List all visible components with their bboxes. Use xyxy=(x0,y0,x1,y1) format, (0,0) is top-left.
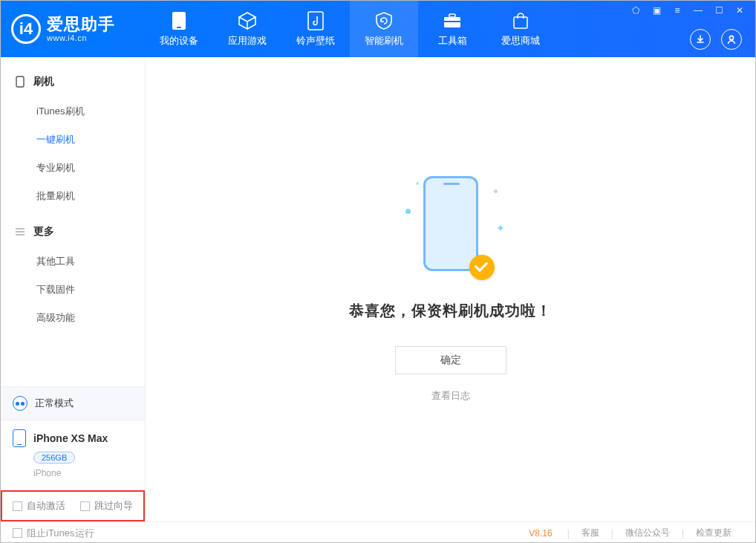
success-check-icon xyxy=(469,255,495,280)
tab-ringtones-wallpapers[interactable]: 铃声壁纸 xyxy=(281,1,350,57)
logo-icon: i4 xyxy=(11,14,41,44)
checkbox-block-itunes[interactable]: 阻止iTunes运行 xyxy=(13,527,94,540)
header-actions xyxy=(690,29,749,50)
extra-options-highlight: 自动激活 跳过向导 xyxy=(1,490,145,521)
sidebar-item-download-firmware[interactable]: 下载固件 xyxy=(1,276,145,304)
footer-link-check-update[interactable]: 检查更新 xyxy=(684,527,743,539)
list-icon xyxy=(14,226,26,238)
music-file-icon xyxy=(306,11,325,30)
footer-link-wechat[interactable]: 微信公众号 xyxy=(613,527,682,539)
checkbox-skip-guide[interactable]: 跳过向导 xyxy=(80,499,133,513)
minimize-icon[interactable]: — xyxy=(693,5,703,16)
maximize-icon[interactable]: ☐ xyxy=(714,5,724,16)
mode-icon xyxy=(13,396,27,411)
shirt-icon[interactable]: ⬠ xyxy=(630,5,641,16)
device-icon xyxy=(169,11,189,30)
svg-rect-8 xyxy=(16,77,24,87)
download-button[interactable] xyxy=(690,29,711,50)
status-bar: 阻止iTunes运行 V8.16 | 客服 | 微信公众号 | 检查更新 xyxy=(1,521,755,543)
success-illustration: ✦ xyxy=(410,176,492,280)
svg-rect-6 xyxy=(514,17,527,28)
sidebar-item-itunes-flash[interactable]: iTunes刷机 xyxy=(1,97,145,126)
app-header: i4 爱思助手 www.i4.cn 我的设备 应用游戏 铃声壁纸 智能刷机 工具… xyxy=(1,1,755,57)
main-content: ✦ 恭喜您，保资料刷机成功啦！ 确定 查看日志 xyxy=(146,57,755,521)
version-label: V8.16 xyxy=(529,528,552,539)
device-capacity-pill: 256GB xyxy=(33,452,75,464)
sync-icon[interactable]: ▣ xyxy=(651,5,662,16)
main-tabs: 我的设备 应用游戏 铃声壁纸 智能刷机 工具箱 爱思商城 xyxy=(145,1,555,57)
success-title: 恭喜您，保资料刷机成功啦！ xyxy=(349,301,552,321)
sidebar-item-pro-flash[interactable]: 专业刷机 xyxy=(1,154,145,182)
ok-button[interactable]: 确定 xyxy=(395,346,506,374)
svg-rect-1 xyxy=(177,27,181,28)
sidebar-item-other-tools[interactable]: 其他工具 xyxy=(1,247,145,276)
svg-rect-4 xyxy=(449,14,455,17)
checkbox-auto-activate[interactable]: 自动激活 xyxy=(13,499,65,513)
logo-block: i4 爱思助手 www.i4.cn xyxy=(11,1,145,57)
cube-icon xyxy=(238,11,257,30)
shopping-bag-icon xyxy=(511,11,530,30)
sidebar: 刷机 iTunes刷机 一键刷机 专业刷机 批量刷机 更多 其他工具 下载固件 … xyxy=(1,57,146,521)
device-type: iPhone xyxy=(33,468,133,478)
device-info-row[interactable]: iPhone XS Max 256GB iPhone xyxy=(1,420,145,490)
app-name: 爱思助手 xyxy=(47,16,115,33)
section-header-flash: 刷机 xyxy=(1,71,145,97)
mode-label: 正常模式 xyxy=(35,397,74,410)
footer-link-support[interactable]: 客服 xyxy=(570,527,611,539)
section-header-more: 更多 xyxy=(1,221,145,247)
svg-point-7 xyxy=(729,36,733,39)
tab-my-device[interactable]: 我的设备 xyxy=(145,1,213,57)
shield-refresh-icon xyxy=(374,11,394,30)
svg-rect-5 xyxy=(444,21,460,22)
menu-icon[interactable]: ≡ xyxy=(672,5,682,16)
account-button[interactable] xyxy=(721,29,742,50)
app-site: www.i4.cn xyxy=(47,33,115,42)
window-controls: ⬠ ▣ ≡ — ☐ ✕ xyxy=(630,5,749,16)
device-phone-icon xyxy=(13,429,26,447)
sidebar-item-batch-flash[interactable]: 批量刷机 xyxy=(1,182,145,210)
tab-apps-games[interactable]: 应用游戏 xyxy=(213,1,281,57)
device-mode-row[interactable]: 正常模式 xyxy=(1,387,145,420)
tab-store[interactable]: 爱思商城 xyxy=(486,1,555,57)
view-log-link[interactable]: 查看日志 xyxy=(431,389,470,403)
tab-toolbox[interactable]: 工具箱 xyxy=(418,1,486,57)
sidebar-item-advanced[interactable]: 高级功能 xyxy=(1,304,145,332)
phone-outline-icon xyxy=(14,76,26,88)
device-name: iPhone XS Max xyxy=(33,432,108,444)
close-icon[interactable]: ✕ xyxy=(734,5,745,16)
svg-rect-2 xyxy=(308,12,323,30)
header-right: ⬠ ▣ ≡ — ☐ ✕ xyxy=(630,1,749,57)
toolbox-icon xyxy=(443,11,462,30)
tab-smart-flash[interactable]: 智能刷机 xyxy=(350,1,418,57)
sidebar-item-one-click-flash[interactable]: 一键刷机 xyxy=(1,126,145,154)
